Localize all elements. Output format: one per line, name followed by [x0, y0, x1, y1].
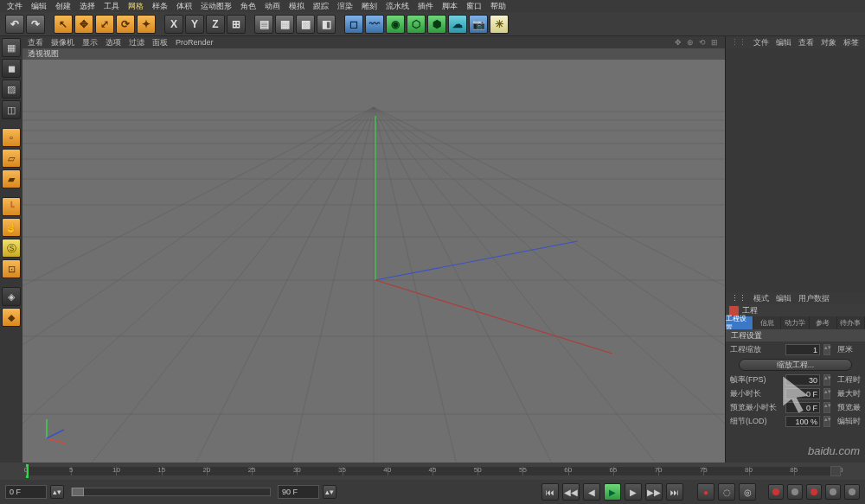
tab-reference[interactable]: 参考	[810, 316, 837, 329]
add-spline-button[interactable]: 〰	[365, 15, 384, 34]
range-thumb[interactable]	[72, 488, 84, 496]
rotate-tool-button[interactable]: ⟳	[116, 15, 135, 34]
tweak-mode-button[interactable]: ☝	[2, 218, 21, 237]
tab-todo[interactable]: 待办事	[837, 316, 865, 329]
range-slider[interactable]	[71, 488, 271, 496]
vp-rotate-icon[interactable]: ⟲	[699, 38, 708, 47]
spinner-icon[interactable]: ▴▾	[823, 402, 830, 413]
rp-menu-item[interactable]: 用户数据	[798, 293, 830, 304]
make-editable-button[interactable]: ▦	[2, 38, 21, 57]
add-environment-button[interactable]: ☁	[448, 15, 467, 34]
menu-item[interactable]: 雕刻	[358, 1, 381, 12]
play-button[interactable]: ▶	[604, 483, 621, 501]
key-pos-button[interactable]	[768, 484, 784, 500]
next-key-button[interactable]: ▶▶	[645, 483, 663, 501]
axis-mode-button[interactable]: ┗	[2, 197, 21, 216]
rp-menu-item[interactable]: 文件	[753, 37, 769, 48]
coord-system-button[interactable]: ⊞	[227, 15, 246, 34]
vp-max-icon[interactable]: ⊞	[711, 38, 720, 47]
fps-input[interactable]	[785, 374, 820, 386]
render-view-button[interactable]: ▤	[254, 15, 273, 34]
workplane-tool-button[interactable]: ⊡	[2, 259, 21, 278]
vp-zoom-icon[interactable]: ⊕	[687, 38, 695, 47]
frame-spinner[interactable]: ▴▾	[50, 485, 64, 499]
menu-item[interactable]: 编辑	[28, 1, 50, 12]
vp-menu-item[interactable]: ProRender	[176, 38, 214, 47]
tab-info[interactable]: 信息	[753, 316, 781, 329]
rp-menu-item[interactable]: 编辑	[776, 293, 791, 304]
menu-item[interactable]: 选择	[76, 1, 99, 12]
vp-menu-item[interactable]: 过滤	[129, 37, 144, 48]
menu-item[interactable]: 创建	[52, 1, 74, 12]
record-button[interactable]: ●	[697, 483, 714, 501]
axis-y-button[interactable]: Y	[185, 15, 204, 34]
menu-item[interactable]: 渲染	[334, 1, 356, 12]
prev-key-button[interactable]: ◀◀	[562, 483, 580, 501]
min-time-input[interactable]	[785, 388, 820, 399]
object-manager-area[interactable]	[726, 48, 865, 292]
lock-button[interactable]: ◆	[2, 308, 21, 327]
render-region-button[interactable]: ▦	[275, 15, 294, 34]
autokey-button[interactable]: ◌	[718, 483, 735, 501]
move-tool-button[interactable]: ✥	[74, 15, 93, 34]
project-scale-input[interactable]	[785, 344, 820, 355]
rp-menu-item[interactable]: 查看	[798, 37, 814, 48]
menu-item[interactable]: 脚本	[439, 1, 461, 12]
menu-item[interactable]: 插件	[414, 1, 437, 12]
menu-item[interactable]: 帮助	[487, 1, 509, 12]
axis-z-button[interactable]: Z	[206, 15, 225, 34]
vp-menu-item[interactable]: 面板	[152, 37, 168, 48]
vp-menu-item[interactable]: 显示	[82, 37, 98, 48]
add-generator-button[interactable]: ⬡	[407, 15, 426, 34]
edge-mode-button[interactable]: ▱	[2, 149, 21, 168]
goto-start-button[interactable]: ⏮	[541, 483, 559, 501]
current-frame-field[interactable]: 0 F	[5, 485, 47, 499]
vp-nav-icon[interactable]: ✥	[675, 38, 683, 47]
menu-item[interactable]: 体积	[173, 1, 195, 12]
viewport-3d[interactable]	[22, 60, 725, 463]
viewport-solo-button[interactable]: ◈	[2, 287, 21, 306]
polygon-mode-button[interactable]: ▰	[2, 169, 21, 188]
timeline-track[interactable]: 051015202530354045505560657075808590	[26, 467, 839, 475]
menu-item[interactable]: 运动图形	[197, 1, 235, 12]
scale-tool-button[interactable]: ⤢	[95, 15, 114, 34]
select-tool-button[interactable]: ↖	[54, 15, 73, 34]
vp-menu-item[interactable]: 查看	[28, 37, 43, 48]
menu-item[interactable]: 角色	[237, 1, 260, 12]
menu-item[interactable]: 窗口	[463, 1, 485, 12]
add-deformer-button[interactable]: ⬢	[427, 15, 446, 34]
menu-item[interactable]: 模拟	[285, 1, 308, 12]
axis-x-button[interactable]: X	[164, 15, 183, 34]
frame-spinner[interactable]: ▴▾	[323, 485, 336, 499]
rp-menu-item[interactable]: 模式	[753, 293, 769, 304]
tab-dynamics[interactable]: 动力学	[781, 316, 809, 329]
menu-item[interactable]: 跟踪	[310, 1, 332, 12]
key-param-button[interactable]	[825, 484, 841, 500]
tab-project-settings[interactable]: 工程设置	[726, 316, 753, 329]
spinner-icon[interactable]: ▴▾	[823, 416, 830, 427]
rp-menu-item[interactable]: 标签	[843, 37, 859, 48]
spinner-icon[interactable]: ▴▾	[823, 388, 830, 399]
menu-item[interactable]: 工具	[100, 1, 123, 12]
rp-menu-item[interactable]: 编辑	[776, 37, 791, 48]
vp-menu-item[interactable]: 选项	[106, 37, 121, 48]
next-frame-button[interactable]: ▶	[625, 483, 642, 501]
preview-min-input[interactable]	[785, 402, 820, 413]
undo-button[interactable]: ↶	[5, 15, 24, 34]
prev-frame-button[interactable]: ◀	[583, 483, 600, 501]
menu-item[interactable]: 文件	[3, 1, 26, 12]
model-mode-button[interactable]: ◼	[2, 59, 21, 78]
goto-end-button[interactable]: ⏭	[666, 483, 683, 501]
timeline-end-grip[interactable]	[830, 466, 841, 476]
render-pv-button[interactable]: ◧	[317, 15, 336, 34]
scale-project-button[interactable]: 缩放工程...	[739, 359, 852, 371]
add-cube-button[interactable]: ◻	[344, 15, 363, 34]
end-frame-field[interactable]: 90 F	[278, 485, 319, 499]
spinner-icon[interactable]: ▴▾	[823, 374, 830, 386]
menu-item[interactable]: 流水线	[382, 1, 413, 12]
add-nurbs-button[interactable]: ◉	[386, 15, 405, 34]
vp-menu-item[interactable]: 摄像机	[51, 37, 74, 48]
keyframe-sel-button[interactable]: ◎	[739, 483, 756, 501]
timeline[interactable]: 051015202530354045505560657075808590	[0, 463, 865, 480]
key-pla-button[interactable]	[844, 484, 860, 500]
